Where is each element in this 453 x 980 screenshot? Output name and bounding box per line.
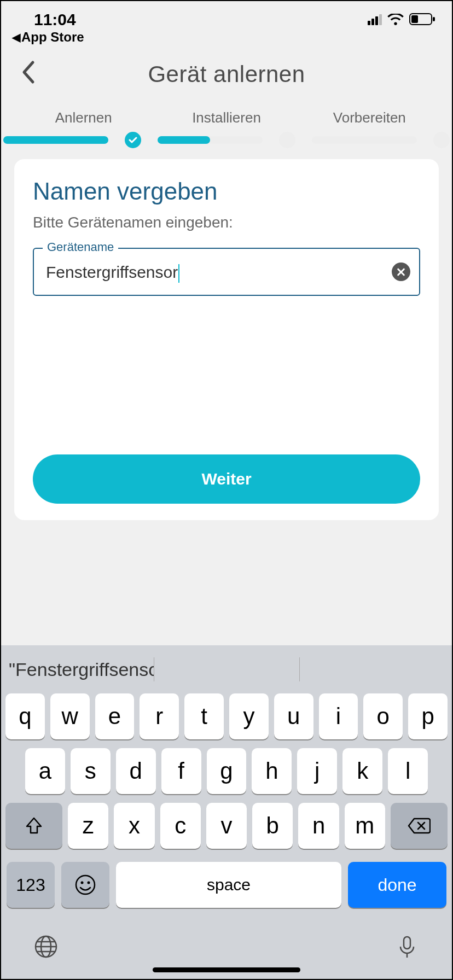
key-t[interactable]: t (184, 693, 224, 739)
key-u[interactable]: u (274, 693, 313, 739)
key-m[interactable]: m (345, 803, 385, 849)
key-row-3: z x c v b n m (5, 803, 448, 849)
key-s[interactable]: s (71, 748, 111, 794)
header: Gerät anlernen (1, 52, 452, 96)
key-row-bottom: 123 space done (1, 862, 452, 919)
svg-rect-13 (404, 937, 410, 949)
emoji-key[interactable] (61, 862, 109, 908)
back-to-app-store[interactable]: ◀ App Store (1, 28, 452, 52)
numeric-key[interactable]: 123 (7, 862, 55, 908)
status-indicators (368, 10, 435, 29)
space-key[interactable]: space (116, 862, 341, 908)
status-time: 11:04 (34, 10, 76, 29)
check-icon (128, 135, 138, 145)
battery-icon (409, 10, 435, 29)
globe-icon (34, 935, 58, 959)
key-n[interactable]: n (298, 803, 339, 849)
key-g[interactable]: g (207, 748, 247, 794)
text-cursor (178, 264, 179, 283)
key-row-1: q w e r t y u i o p (5, 693, 448, 739)
suggestion-bar: "Fenstergriffsensor" (1, 652, 452, 690)
key-l[interactable]: l (388, 748, 428, 794)
key-i[interactable]: i (319, 693, 358, 739)
keyboard: "Fenstergriffsensor" q w e r t y u i o p… (1, 645, 452, 979)
key-d[interactable]: d (116, 748, 156, 794)
device-name-field-wrapper: Gerätename Fenstergriffsensor (33, 248, 420, 296)
step-label-2: Installieren (192, 109, 261, 126)
step-tracks (1, 132, 452, 148)
step-label-1: Anlernen (55, 109, 112, 126)
device-name-label: Gerätename (43, 240, 118, 254)
key-b[interactable]: b (252, 803, 293, 849)
step-track-2 (158, 136, 263, 144)
key-v[interactable]: v (206, 803, 247, 849)
home-indicator[interactable] (153, 967, 300, 972)
back-button[interactable] (21, 60, 43, 82)
step-dot-1 (125, 132, 141, 148)
key-f[interactable]: f (161, 748, 201, 794)
key-z[interactable]: z (68, 803, 108, 849)
breadcrumb-label: App Store (21, 30, 84, 45)
key-o[interactable]: o (363, 693, 403, 739)
device-name-input[interactable]: Fenstergriffsensor (33, 248, 420, 296)
key-q[interactable]: q (5, 693, 45, 739)
done-key[interactable]: done (348, 862, 446, 908)
card-subtitle: Bitte Gerätenamen eingeben: (33, 214, 420, 231)
key-k[interactable]: k (342, 748, 382, 794)
content-card: Namen vergeben Bitte Gerätenamen eingebe… (14, 159, 439, 520)
svg-point-5 (76, 876, 95, 894)
continue-button[interactable]: Weiter (33, 454, 420, 504)
key-a[interactable]: a (25, 748, 65, 794)
step-track-3 (312, 136, 417, 144)
step-dot-2 (279, 132, 295, 148)
card-title: Namen vergeben (33, 178, 420, 205)
device-name-value: Fenstergriffsensor (46, 263, 178, 281)
suggestion-1[interactable]: "Fenstergriffsensor" (9, 659, 154, 680)
dictation-key[interactable] (395, 935, 419, 959)
triangle-left-icon: ◀ (12, 31, 20, 44)
svg-point-7 (88, 882, 90, 884)
cellular-icon (368, 14, 382, 25)
step-label-3: Vorbereiten (333, 109, 406, 126)
shift-icon (25, 816, 43, 835)
step-dot-3 (433, 132, 450, 148)
backspace-icon (408, 818, 431, 834)
key-c[interactable]: c (160, 803, 201, 849)
microphone-icon (395, 935, 419, 959)
svg-rect-1 (411, 15, 418, 23)
chevron-left-icon (21, 60, 35, 84)
key-y[interactable]: y (229, 693, 269, 739)
key-r[interactable]: r (140, 693, 179, 739)
globe-key[interactable] (34, 935, 58, 959)
svg-point-6 (81, 882, 84, 884)
clear-input-button[interactable] (392, 262, 410, 281)
shift-key[interactable] (5, 803, 62, 849)
key-row-2: a s d f g h j k l (5, 748, 448, 794)
key-p[interactable]: p (408, 693, 448, 739)
key-x[interactable]: x (114, 803, 154, 849)
key-e[interactable]: e (95, 693, 135, 739)
step-progress: Anlernen Installieren Vorbereiten (1, 109, 452, 132)
wifi-icon (387, 14, 404, 26)
key-h[interactable]: h (252, 748, 292, 794)
status-bar: 11:04 (1, 1, 452, 28)
backspace-key[interactable] (391, 803, 448, 849)
page-title: Gerät anlernen (148, 61, 305, 88)
svg-rect-2 (433, 17, 435, 21)
step-track-1 (3, 136, 108, 144)
key-w[interactable]: w (50, 693, 90, 739)
key-j[interactable]: j (297, 748, 337, 794)
emoji-icon (74, 874, 96, 896)
